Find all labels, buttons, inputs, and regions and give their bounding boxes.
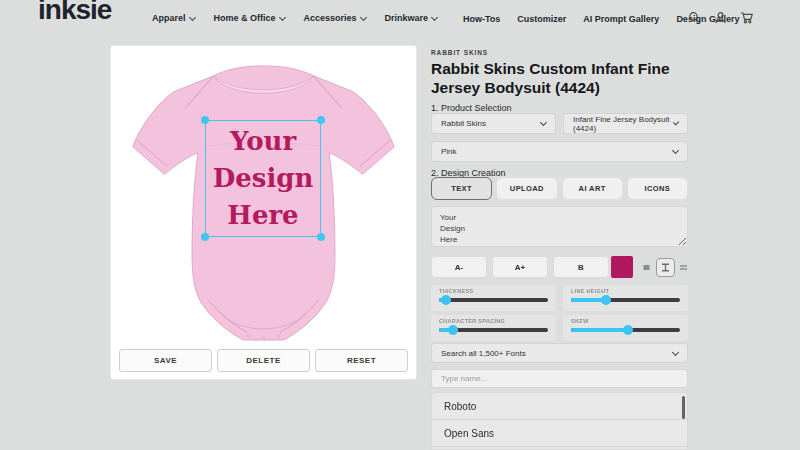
nav-item-apparel[interactable]: Apparel bbox=[152, 13, 195, 23]
text-color-swatch[interactable] bbox=[611, 256, 633, 278]
slider-handle[interactable] bbox=[623, 325, 633, 335]
slider-handle[interactable] bbox=[601, 295, 611, 305]
text-sliders: THICKNESS LINE HEIGHT CHARACTER SPACING bbox=[431, 285, 688, 341]
step1-label: 1. Product Selection bbox=[431, 103, 512, 113]
color-select-row: Pink bbox=[431, 141, 688, 162]
font-list-scrollbar[interactable] bbox=[682, 396, 685, 419]
skew-slider: SKEW bbox=[563, 315, 688, 341]
nav-item-home-office[interactable]: Home & Office bbox=[214, 13, 285, 23]
nav-item-accessories[interactable]: Accessories bbox=[304, 13, 366, 23]
slider-handle[interactable] bbox=[448, 325, 458, 335]
nav-item-label: Apparel bbox=[152, 13, 186, 23]
search-icon[interactable] bbox=[688, 11, 701, 24]
resize-handle-bottom-right[interactable] bbox=[317, 233, 325, 241]
product-panel: RABBIT SKINS Rabbit Skins Custom Infant … bbox=[431, 0, 688, 450]
thickness-slider: THICKNESS bbox=[431, 285, 556, 311]
style-select[interactable]: Infant Fine Jersey Bodysuit (4424) bbox=[563, 113, 688, 134]
customizer-page: inksie Apparel Home & Office Accessories… bbox=[0, 0, 800, 450]
decrease-font-button[interactable]: A- bbox=[431, 256, 487, 278]
resize-handle-bottom-left[interactable] bbox=[201, 233, 209, 241]
font-category-select[interactable]: Search all 1,500+ Fonts bbox=[431, 343, 688, 363]
resize-handle-top-right[interactable] bbox=[317, 116, 325, 124]
reset-button[interactable]: RESET bbox=[315, 349, 408, 372]
slider-handle[interactable] bbox=[441, 295, 451, 305]
brand-select[interactable]: Rabbit Skins bbox=[431, 113, 556, 134]
slider-track[interactable] bbox=[571, 328, 680, 332]
style-select-value: Infant Fine Jersey Bodysuit (4424) bbox=[573, 115, 674, 133]
design-text-line: Here bbox=[213, 197, 314, 234]
chevron-down-icon bbox=[672, 348, 679, 355]
slider-label: CHARACTER SPACING bbox=[439, 318, 548, 324]
design-text-line: Your bbox=[213, 123, 314, 160]
tab-upload[interactable]: UPLOAD bbox=[496, 177, 557, 200]
slider-fill bbox=[571, 328, 628, 332]
design-canvas-card: Your Design Here SAVE DELETE RESET bbox=[110, 45, 417, 380]
design-selection-box[interactable]: Your Design Here bbox=[205, 120, 321, 237]
slider-track[interactable] bbox=[439, 298, 548, 302]
increase-font-button[interactable]: A+ bbox=[492, 256, 548, 278]
character-spacing-slider: CHARACTER SPACING bbox=[431, 315, 556, 341]
tab-text[interactable]: TEXT bbox=[431, 177, 492, 200]
chevron-down-icon bbox=[360, 13, 367, 20]
resize-handle-top-left[interactable] bbox=[201, 116, 209, 124]
product-title-line: Rabbit Skins Custom Infant Fine bbox=[431, 59, 670, 78]
nav-item-label: Accessories bbox=[304, 13, 357, 23]
design-text-line: Design bbox=[213, 160, 314, 197]
design-text-input[interactable]: Your Design Here bbox=[431, 206, 688, 247]
font-list-item-roboto[interactable]: Roboto bbox=[432, 393, 687, 420]
color-select[interactable]: Pink bbox=[431, 141, 688, 162]
chevron-down-icon bbox=[672, 147, 679, 154]
nav-icons bbox=[688, 11, 754, 24]
slider-track[interactable] bbox=[571, 298, 680, 302]
product-title: Rabbit Skins Custom Infant Fine Jersey B… bbox=[431, 59, 670, 97]
chevron-down-icon bbox=[540, 119, 547, 126]
design-mode-tabs: TEXT UPLOAD AI ART ICONS bbox=[431, 177, 688, 200]
inksie-logo[interactable]: inksie bbox=[38, 0, 111, 26]
slider-label: SKEW bbox=[571, 318, 680, 324]
bold-button[interactable]: B bbox=[553, 256, 609, 278]
delete-button[interactable]: DELETE bbox=[217, 349, 310, 372]
save-button[interactable]: SAVE bbox=[119, 349, 212, 372]
slider-label: THICKNESS bbox=[439, 288, 548, 294]
nav-item-drinkware[interactable]: Drinkware bbox=[385, 13, 438, 23]
canvas-actions: SAVE DELETE RESET bbox=[119, 349, 408, 372]
font-category-value: Search all 1,500+ Fonts bbox=[441, 349, 526, 358]
vertical-center-icon[interactable] bbox=[656, 258, 675, 277]
font-category-row: Search all 1,500+ Fonts bbox=[431, 343, 688, 363]
chevron-down-icon bbox=[188, 13, 195, 20]
equal-lines-icon[interactable] bbox=[676, 260, 690, 274]
slider-label: LINE HEIGHT bbox=[571, 288, 680, 294]
primary-nav: Apparel Home & Office Accessories Drinkw… bbox=[152, 13, 437, 23]
square-fill-icon[interactable] bbox=[639, 260, 653, 274]
tab-icons[interactable]: ICONS bbox=[627, 177, 688, 200]
product-select-row: Rabbit Skins Infant Fine Jersey Bodysuit… bbox=[431, 113, 688, 134]
chevron-down-icon bbox=[278, 13, 285, 20]
product-title-line: Jersey Bodysuit (4424) bbox=[431, 78, 670, 97]
font-list-item-open-sans[interactable]: Open Sans bbox=[432, 420, 687, 447]
font-list: Roboto Open Sans bbox=[431, 392, 688, 450]
format-toolbar: A- A+ B bbox=[431, 256, 688, 278]
account-icon[interactable] bbox=[714, 11, 727, 24]
line-height-slider: LINE HEIGHT bbox=[563, 285, 688, 311]
cart-icon[interactable] bbox=[740, 11, 754, 24]
color-select-value: Pink bbox=[441, 147, 457, 156]
brand-eyebrow: RABBIT SKINS bbox=[431, 49, 488, 56]
tab-ai-art[interactable]: AI ART bbox=[562, 177, 623, 200]
nav-item-label: Drinkware bbox=[385, 13, 429, 23]
design-text[interactable]: Your Design Here bbox=[213, 123, 314, 234]
font-search-input[interactable] bbox=[431, 369, 688, 388]
brand-select-value: Rabbit Skins bbox=[441, 119, 486, 128]
slider-track[interactable] bbox=[439, 328, 548, 332]
nav-item-label: Home & Office bbox=[214, 13, 276, 23]
